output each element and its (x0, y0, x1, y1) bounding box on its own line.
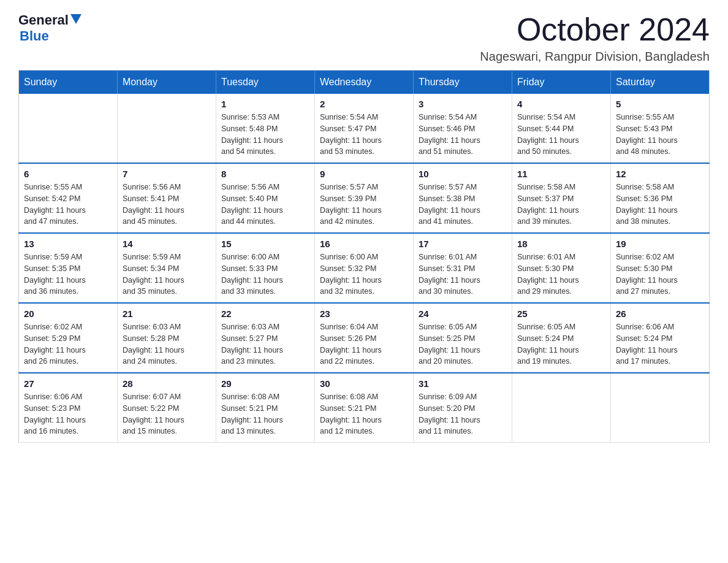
calendar-header: SundayMondayTuesdayWednesdayThursdayFrid… (19, 71, 710, 94)
day-info: Sunrise: 6:05 AMSunset: 5:24 PMDaylight:… (517, 321, 605, 367)
calendar-cell: 23Sunrise: 6:04 AMSunset: 5:26 PMDayligh… (315, 303, 414, 373)
header-cell-tuesday: Tuesday (216, 71, 315, 94)
day-info: Sunrise: 6:06 AMSunset: 5:24 PMDaylight:… (616, 321, 704, 367)
header-cell-friday: Friday (512, 71, 611, 94)
day-info: Sunrise: 5:59 AMSunset: 5:34 PMDaylight:… (123, 251, 211, 297)
day-number: 24 (419, 308, 507, 319)
day-info: Sunrise: 6:01 AMSunset: 5:30 PMDaylight:… (517, 251, 605, 297)
logo-blue: Blue (20, 28, 49, 44)
day-number: 12 (616, 169, 704, 179)
week-row-3: 13Sunrise: 5:59 AMSunset: 5:35 PMDayligh… (19, 233, 710, 303)
day-number: 2 (320, 99, 408, 109)
day-number: 17 (419, 239, 507, 249)
day-number: 22 (221, 308, 309, 319)
logo-general: General (18, 12, 69, 28)
calendar-cell: 22Sunrise: 6:03 AMSunset: 5:27 PMDayligh… (216, 303, 315, 373)
day-number: 3 (419, 99, 507, 109)
header-cell-thursday: Thursday (414, 71, 512, 94)
calendar-body: 1Sunrise: 5:53 AMSunset: 5:48 PMDaylight… (19, 94, 710, 443)
day-number: 1 (221, 99, 309, 109)
day-number: 10 (419, 169, 507, 179)
page-header: General Blue October 2024 Nageswari, Ran… (18, 12, 710, 64)
day-number: 8 (221, 169, 309, 179)
calendar-cell: 24Sunrise: 6:05 AMSunset: 5:25 PMDayligh… (414, 303, 512, 373)
day-number: 28 (123, 378, 211, 389)
day-number: 19 (616, 239, 704, 249)
day-number: 27 (24, 378, 112, 389)
day-number: 11 (517, 169, 605, 179)
calendar-cell: 28Sunrise: 6:07 AMSunset: 5:22 PMDayligh… (118, 373, 216, 443)
day-info: Sunrise: 5:56 AMSunset: 5:40 PMDaylight:… (221, 182, 309, 228)
day-info: Sunrise: 6:07 AMSunset: 5:22 PMDaylight:… (123, 391, 211, 437)
day-number: 29 (221, 378, 309, 389)
header-cell-sunday: Sunday (19, 71, 118, 94)
day-info: Sunrise: 5:54 AMSunset: 5:47 PMDaylight:… (320, 112, 408, 158)
day-number: 23 (320, 308, 408, 319)
calendar-cell: 17Sunrise: 6:01 AMSunset: 5:31 PMDayligh… (414, 233, 512, 303)
calendar-cell: 25Sunrise: 6:05 AMSunset: 5:24 PMDayligh… (512, 303, 611, 373)
calendar-cell: 13Sunrise: 5:59 AMSunset: 5:35 PMDayligh… (19, 233, 118, 303)
logo-triangle-icon (70, 14, 82, 24)
day-info: Sunrise: 6:02 AMSunset: 5:30 PMDaylight:… (616, 251, 704, 297)
day-info: Sunrise: 6:09 AMSunset: 5:20 PMDaylight:… (419, 391, 507, 437)
day-number: 21 (123, 308, 211, 319)
day-info: Sunrise: 6:01 AMSunset: 5:31 PMDaylight:… (419, 251, 507, 297)
day-info: Sunrise: 5:59 AMSunset: 5:35 PMDaylight:… (24, 251, 112, 297)
calendar-cell: 2Sunrise: 5:54 AMSunset: 5:47 PMDaylight… (315, 94, 414, 163)
day-info: Sunrise: 5:55 AMSunset: 5:42 PMDaylight:… (24, 182, 112, 228)
day-number: 14 (123, 239, 211, 249)
day-number: 9 (320, 169, 408, 179)
week-row-5: 27Sunrise: 6:06 AMSunset: 5:23 PMDayligh… (19, 373, 710, 443)
day-number: 4 (517, 99, 605, 109)
calendar-cell: 1Sunrise: 5:53 AMSunset: 5:48 PMDaylight… (216, 94, 315, 163)
calendar-cell: 7Sunrise: 5:56 AMSunset: 5:41 PMDaylight… (118, 163, 216, 233)
calendar-cell (512, 373, 611, 443)
day-info: Sunrise: 6:08 AMSunset: 5:21 PMDaylight:… (221, 391, 309, 437)
calendar-cell: 5Sunrise: 5:55 AMSunset: 5:43 PMDaylight… (611, 94, 710, 163)
calendar-cell: 31Sunrise: 6:09 AMSunset: 5:20 PMDayligh… (414, 373, 512, 443)
calendar-cell: 16Sunrise: 6:00 AMSunset: 5:32 PMDayligh… (315, 233, 414, 303)
calendar-cell (118, 94, 216, 163)
day-info: Sunrise: 5:57 AMSunset: 5:38 PMDaylight:… (419, 182, 507, 228)
day-info: Sunrise: 6:05 AMSunset: 5:25 PMDaylight:… (419, 321, 507, 367)
week-row-2: 6Sunrise: 5:55 AMSunset: 5:42 PMDaylight… (19, 163, 710, 233)
day-info: Sunrise: 5:54 AMSunset: 5:44 PMDaylight:… (517, 112, 605, 158)
calendar-cell: 26Sunrise: 6:06 AMSunset: 5:24 PMDayligh… (611, 303, 710, 373)
calendar-cell: 14Sunrise: 5:59 AMSunset: 5:34 PMDayligh… (118, 233, 216, 303)
day-number: 16 (320, 239, 408, 249)
day-info: Sunrise: 5:58 AMSunset: 5:36 PMDaylight:… (616, 182, 704, 228)
calendar-cell: 18Sunrise: 6:01 AMSunset: 5:30 PMDayligh… (512, 233, 611, 303)
calendar-cell (611, 373, 710, 443)
header-cell-saturday: Saturday (611, 71, 710, 94)
day-info: Sunrise: 5:55 AMSunset: 5:43 PMDaylight:… (616, 112, 704, 158)
day-info: Sunrise: 6:03 AMSunset: 5:27 PMDaylight:… (221, 321, 309, 367)
day-number: 20 (24, 308, 112, 319)
calendar-cell: 20Sunrise: 6:02 AMSunset: 5:29 PMDayligh… (19, 303, 118, 373)
day-info: Sunrise: 6:02 AMSunset: 5:29 PMDaylight:… (24, 321, 112, 367)
day-info: Sunrise: 6:00 AMSunset: 5:33 PMDaylight:… (221, 251, 309, 297)
day-info: Sunrise: 6:00 AMSunset: 5:32 PMDaylight:… (320, 251, 408, 297)
header-cell-wednesday: Wednesday (315, 71, 414, 94)
calendar-title: October 2024 (480, 12, 710, 47)
calendar-cell: 12Sunrise: 5:58 AMSunset: 5:36 PMDayligh… (611, 163, 710, 233)
day-info: Sunrise: 5:56 AMSunset: 5:41 PMDaylight:… (123, 182, 211, 228)
day-info: Sunrise: 5:53 AMSunset: 5:48 PMDaylight:… (221, 112, 309, 158)
day-number: 7 (123, 169, 211, 179)
day-info: Sunrise: 6:08 AMSunset: 5:21 PMDaylight:… (320, 391, 408, 437)
day-info: Sunrise: 5:54 AMSunset: 5:46 PMDaylight:… (419, 112, 507, 158)
calendar-cell: 9Sunrise: 5:57 AMSunset: 5:39 PMDaylight… (315, 163, 414, 233)
calendar-cell: 3Sunrise: 5:54 AMSunset: 5:46 PMDaylight… (414, 94, 512, 163)
calendar-cell (19, 94, 118, 163)
week-row-1: 1Sunrise: 5:53 AMSunset: 5:48 PMDaylight… (19, 94, 710, 163)
calendar-cell: 29Sunrise: 6:08 AMSunset: 5:21 PMDayligh… (216, 373, 315, 443)
day-number: 25 (517, 308, 605, 319)
day-info: Sunrise: 5:58 AMSunset: 5:37 PMDaylight:… (517, 182, 605, 228)
day-number: 15 (221, 239, 309, 249)
day-info: Sunrise: 6:04 AMSunset: 5:26 PMDaylight:… (320, 321, 408, 367)
calendar-cell: 10Sunrise: 5:57 AMSunset: 5:38 PMDayligh… (414, 163, 512, 233)
day-number: 5 (616, 99, 704, 109)
day-number: 13 (24, 239, 112, 249)
day-number: 31 (419, 378, 507, 389)
calendar-cell: 30Sunrise: 6:08 AMSunset: 5:21 PMDayligh… (315, 373, 414, 443)
header-row: SundayMondayTuesdayWednesdayThursdayFrid… (19, 71, 710, 94)
